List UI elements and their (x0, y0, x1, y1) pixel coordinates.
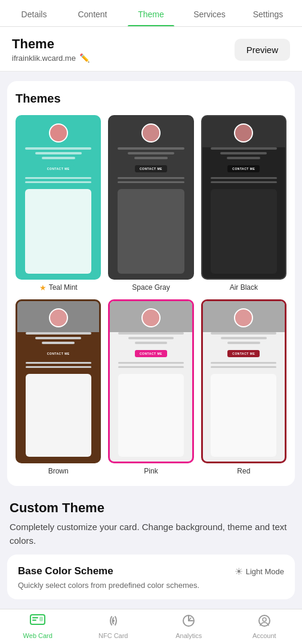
main-content: Themes (0, 72, 302, 609)
bottom-tabs: Web Card NFC Card Analytics (0, 609, 302, 644)
star-icon: ★ (39, 283, 47, 292)
svg-point-6 (56, 312, 61, 318)
theme-gray-preview: CONTACT ME (108, 115, 193, 280)
svg-point-5 (239, 135, 248, 141)
svg-point-4 (241, 128, 246, 134)
sun-icon: ☀ (235, 566, 243, 577)
nav-tab-services[interactable]: Services (180, 0, 239, 26)
base-color-title: Base Color Scheme (18, 565, 113, 577)
custom-theme-desc: Completely customize your card. Change b… (10, 521, 292, 547)
nav-tab-details[interactable]: Details (5, 0, 63, 26)
theme-teal-preview: CONTACT ME (16, 115, 101, 280)
svg-point-2 (148, 128, 154, 134)
account-label: Account (252, 632, 276, 639)
theme-air-black[interactable]: CONTACT ME Air Black (201, 115, 286, 292)
bottom-tab-account[interactable]: Account (227, 614, 303, 639)
theme-pink[interactable]: CONTACT ME Pink (108, 299, 193, 476)
themes-card: Themes (7, 81, 295, 486)
theme-brown[interactable]: CONTACT ME Brown (16, 299, 101, 476)
nav-tab-settings[interactable]: Settings (239, 0, 297, 26)
edit-icon[interactable]: ✏️ (79, 53, 90, 63)
theme-teal-mint[interactable]: CONTACT ME ★ Teal Mint (16, 115, 101, 292)
svg-point-10 (241, 312, 246, 318)
custom-theme-section: Custom Theme Completely customize your c… (7, 496, 295, 550)
theme-space-gray[interactable]: CONTACT ME Space Gray (108, 115, 193, 292)
theme-brown-label: Brown (48, 467, 69, 475)
header-left: Theme ifrainklik.wcard.me ✏️ (12, 36, 90, 63)
light-mode-badge[interactable]: ☀ Light Mode (235, 566, 284, 577)
theme-teal-label: ★ Teal Mint (39, 283, 78, 292)
web-card-icon (30, 614, 45, 630)
account-icon (257, 614, 272, 630)
web-card-label: Web Card (23, 632, 53, 639)
theme-pink-label: Pink (144, 467, 158, 475)
base-color-desc: Quickly select colors from predefined co… (18, 581, 284, 590)
theme-brown-preview: CONTACT ME (16, 299, 101, 464)
base-color-header: Base Color Scheme ☀ Light Mode (18, 565, 284, 577)
bottom-tab-analytics[interactable]: Analytics (151, 614, 227, 639)
svg-point-7 (54, 320, 63, 326)
svg-point-19 (263, 618, 266, 621)
theme-pink-preview: CONTACT ME (108, 299, 193, 464)
light-mode-label: Light Mode (246, 567, 284, 576)
theme-red[interactable]: CONTACT ME Red (201, 299, 286, 476)
theme-black-label: Air Black (230, 283, 258, 292)
theme-red-preview: CONTACT ME (201, 299, 286, 464)
theme-gray-label: Space Gray (132, 283, 170, 292)
bottom-tab-nfc-card[interactable]: NFC Card (76, 614, 152, 639)
nfc-card-label: NFC Card (98, 632, 128, 639)
svg-point-8 (148, 312, 154, 318)
top-nav: Details Content Theme Services Settings (0, 0, 302, 27)
preview-button[interactable]: Preview (235, 39, 290, 61)
theme-grid: CONTACT ME ★ Teal Mint (16, 115, 286, 475)
svg-point-11 (239, 320, 248, 326)
custom-theme-title: Custom Theme (10, 500, 292, 516)
svg-point-9 (146, 320, 156, 326)
page-subtitle: ifrainklik.wcard.me ✏️ (12, 53, 90, 63)
svg-point-0 (56, 128, 61, 134)
page-header: Theme ifrainklik.wcard.me ✏️ Preview (0, 27, 302, 72)
svg-point-16 (112, 620, 115, 622)
theme-black-preview: CONTACT ME (201, 115, 286, 280)
svg-point-1 (54, 135, 63, 141)
base-color-card: Base Color Scheme ☀ Light Mode Quickly s… (7, 555, 295, 599)
nav-tab-content[interactable]: Content (63, 0, 122, 26)
bottom-tab-web-card[interactable]: Web Card (0, 614, 76, 639)
themes-card-title: Themes (16, 92, 286, 106)
analytics-label: Analytics (175, 632, 202, 639)
svg-rect-13 (32, 617, 38, 618)
theme-red-label: Red (237, 467, 250, 475)
page-title: Theme (12, 36, 90, 52)
analytics-icon (181, 614, 196, 630)
nfc-card-icon (106, 614, 121, 630)
nav-tab-theme[interactable]: Theme (122, 0, 180, 26)
svg-rect-14 (32, 620, 36, 621)
svg-point-3 (146, 135, 156, 141)
svg-rect-15 (39, 617, 43, 621)
